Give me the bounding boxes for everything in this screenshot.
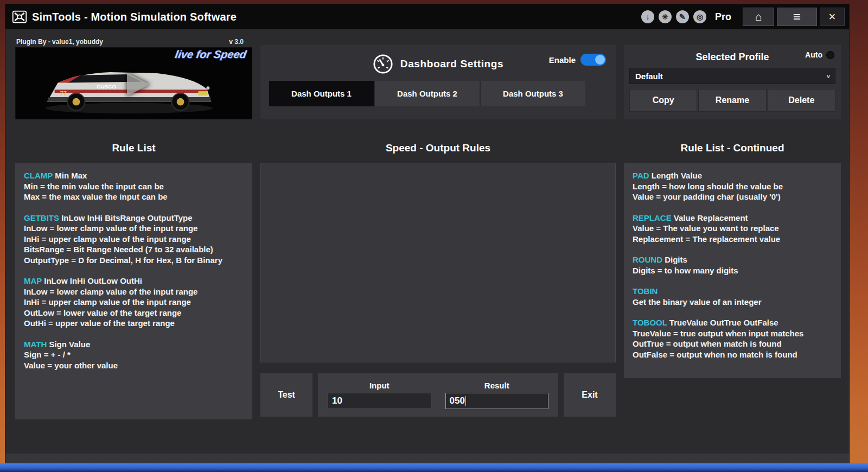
play-button-icon[interactable]: ▶ bbox=[127, 64, 150, 99]
input-group: Input 10 bbox=[328, 381, 431, 409]
dashboard-settings-panel: Dashboard Settings Enable Dash Outputs 1… bbox=[260, 45, 616, 119]
rule-list-continued-column: Rule List - Continued PAD Length ValueLe… bbox=[624, 142, 841, 419]
enable-wrap: Enable bbox=[549, 54, 606, 66]
rule-entry: PAD Length ValueLength = how long should… bbox=[633, 170, 832, 202]
rule-line: InLow = lower clamp value of the input r… bbox=[24, 286, 244, 297]
rule-line: Min = the min value the input can be bbox=[24, 181, 244, 192]
game-preview-image[interactable]: CUSCO 77 live for Speed ▶ bbox=[15, 47, 252, 119]
rule-keyword: CLAMP bbox=[24, 171, 53, 180]
window-footer bbox=[5, 453, 849, 463]
window-content: Plugin By - value1, yobuddy v 3.0 bbox=[5, 29, 849, 453]
close-button[interactable]: × bbox=[820, 8, 845, 26]
titlebar-circle-icons: ↓✳✎◎ bbox=[641, 10, 706, 23]
test-row: Test Input 10 Result 050 Exit bbox=[260, 373, 616, 417]
rule-keyword: PAD bbox=[633, 171, 649, 180]
copy-button[interactable]: Copy bbox=[629, 89, 697, 112]
auto-wrap: Auto bbox=[805, 50, 834, 59]
power-icon[interactable]: ◎ bbox=[693, 10, 706, 23]
rule-keyword: ROUND bbox=[633, 255, 662, 264]
rule-line: InLow = lower clamp value of the input r… bbox=[24, 223, 244, 234]
exit-button[interactable]: Exit bbox=[564, 373, 616, 417]
rule-heading: ROUND Digits bbox=[633, 254, 832, 265]
input-label: Input bbox=[369, 381, 390, 390]
rule-entry: ROUND DigitsDigits = to how many digits bbox=[633, 254, 832, 276]
profile-header: Selected Profile Auto bbox=[629, 50, 835, 64]
rule-entry: CLAMP Min MaxMin = the min value the inp… bbox=[24, 170, 244, 202]
rule-heading: MATH Sign Value bbox=[24, 339, 244, 350]
rule-heading: TOBIN bbox=[633, 286, 832, 297]
io-panel: Input 10 Result 050 bbox=[318, 373, 558, 417]
result-label: Result bbox=[484, 381, 509, 390]
tab-dash-outputs-2[interactable]: Dash Outputs 2 bbox=[375, 81, 481, 106]
rule-line: Sign = + - / * bbox=[24, 349, 244, 360]
selected-profile-panel: Selected Profile Auto Default v CopyRena… bbox=[624, 45, 841, 119]
rule-keyword: MATH bbox=[24, 340, 47, 349]
rule-line: Digits = to how many digits bbox=[633, 265, 832, 276]
app-title: SimTools - Motion Simulation Software bbox=[32, 11, 237, 23]
rule-line: Get the binary value of an integer bbox=[633, 297, 832, 308]
input-field[interactable]: 10 bbox=[328, 393, 431, 409]
rule-line: Length = how long should the value be bbox=[633, 181, 832, 192]
rule-keyword: TOBOOL bbox=[633, 318, 667, 327]
rule-heading: TOBOOL TrueValue OutTrue OutFalse bbox=[633, 317, 832, 328]
test-button[interactable]: Test bbox=[260, 373, 312, 417]
rule-line: InHi = upper clamp value of the input ra… bbox=[24, 297, 244, 308]
titlebar: SimTools - Motion Simulation Software ↓✳… bbox=[5, 4, 849, 29]
rule-keyword: TOBIN bbox=[633, 286, 658, 296]
rule-line: OutFalse = output when no match is found bbox=[633, 349, 832, 360]
output-rules-title: Speed - Output Rules bbox=[260, 142, 616, 154]
home-icon: ⌂ bbox=[755, 10, 762, 23]
menu-button[interactable]: ≡ bbox=[777, 8, 817, 26]
plugin-version: v 3.0 bbox=[229, 38, 244, 46]
rule-entry: GETBITS InLow InHi BitsRange OutputTypeI… bbox=[24, 213, 244, 266]
rule-entry: TOBOOL TrueValue OutTrue OutFalseTrueVal… bbox=[633, 317, 832, 360]
hamburger-icon: ≡ bbox=[793, 9, 801, 24]
plugin-credit: Plugin By - value1, yobuddy bbox=[16, 38, 103, 46]
plugin-header: Plugin By - value1, yobuddy v 3.0 bbox=[15, 38, 252, 47]
game-logo: live for Speed bbox=[174, 48, 247, 61]
rule-entry: MAP InLow InHi OutLow OutHiInLow = lower… bbox=[24, 276, 244, 329]
dash-output-tabs: Dash Outputs 1Dash Outputs 2Dash Outputs… bbox=[269, 81, 585, 106]
gauge-icon bbox=[373, 54, 393, 74]
enable-toggle[interactable] bbox=[580, 54, 606, 66]
rule-list-continued-panel: PAD Length ValueLength = how long should… bbox=[624, 163, 841, 378]
rule-heading: GETBITS InLow InHi BitsRange OutputType bbox=[24, 213, 244, 224]
rule-line: OutputType = D for Decimal, H for Hex, B… bbox=[24, 255, 244, 266]
rule-line: BitsRange = Bit Range Needed (7 to 32 av… bbox=[24, 244, 244, 255]
edit-icon[interactable]: ✎ bbox=[676, 10, 689, 23]
rename-button[interactable]: Rename bbox=[698, 89, 766, 112]
text-caret bbox=[465, 396, 466, 406]
rule-line: Replacement = The replacement value bbox=[633, 234, 832, 245]
tab-dash-outputs-3[interactable]: Dash Outputs 3 bbox=[481, 81, 585, 106]
profile-dropdown[interactable]: Default v bbox=[629, 68, 835, 84]
asterisk-icon[interactable]: ✳ bbox=[659, 10, 672, 23]
main-row: Rule List CLAMP Min MaxMin = the min val… bbox=[15, 142, 841, 419]
rule-list-panel: CLAMP Min MaxMin = the min value the inp… bbox=[15, 163, 252, 419]
home-button[interactable]: ⌂ bbox=[743, 8, 774, 26]
auto-indicator[interactable] bbox=[826, 51, 834, 59]
toggle-knob bbox=[595, 55, 605, 65]
tab-dash-outputs-1[interactable]: Dash Outputs 1 bbox=[269, 81, 375, 106]
selected-profile-title: Selected Profile bbox=[695, 52, 769, 63]
pro-label: Pro bbox=[715, 11, 731, 23]
desktop-background: SimTools - Motion Simulation Software ↓✳… bbox=[0, 0, 868, 472]
rule-list-continued-title: Rule List - Continued bbox=[624, 142, 841, 154]
rule-heading: CLAMP Min Max bbox=[24, 170, 244, 181]
download-icon[interactable]: ↓ bbox=[641, 10, 654, 23]
result-field[interactable]: 050 bbox=[445, 393, 549, 409]
delete-button[interactable]: Delete bbox=[768, 89, 835, 112]
svg-text:CUSCO: CUSCO bbox=[97, 84, 116, 90]
rule-line: Value = your padding char (usually '0') bbox=[633, 192, 832, 202]
rule-line: InHi = upper clamp value of the input ra… bbox=[24, 234, 244, 245]
result-value: 050 bbox=[450, 396, 465, 406]
rule-keyword: MAP bbox=[24, 276, 42, 285]
rule-entry: REPLACE Value ReplacementValue = The val… bbox=[633, 213, 832, 245]
rule-line: Value = your other value bbox=[24, 360, 244, 371]
dashboard-header: Dashboard Settings Enable bbox=[268, 49, 608, 79]
rule-heading: PAD Length Value bbox=[633, 170, 832, 181]
rule-line: Value = The value you want to replace bbox=[633, 223, 832, 234]
rule-list-title: Rule List bbox=[15, 142, 252, 154]
output-rules-textarea[interactable] bbox=[260, 163, 616, 362]
rule-line: OutHi = upper value of the target range bbox=[24, 318, 244, 329]
svg-text:77: 77 bbox=[60, 90, 67, 97]
